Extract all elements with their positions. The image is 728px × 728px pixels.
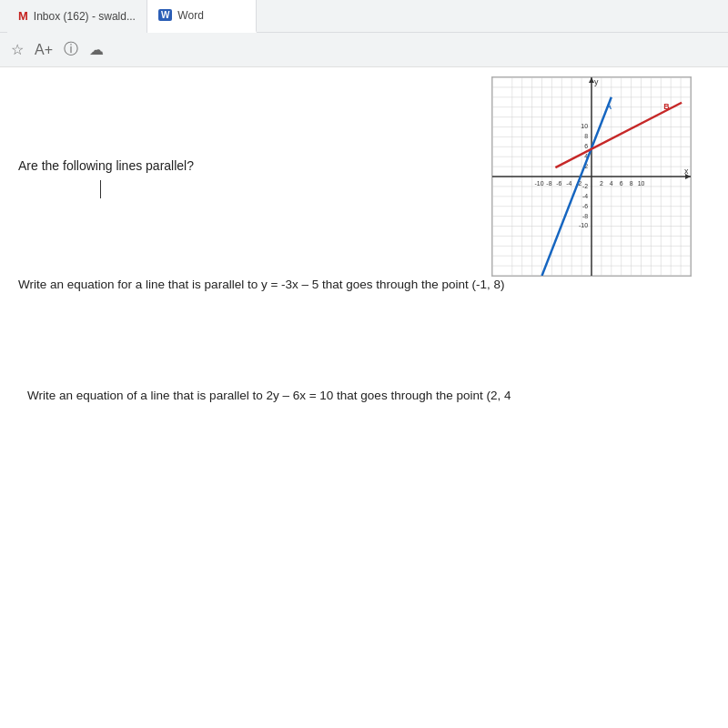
- tab-word[interactable]: W Word: [147, 0, 257, 33]
- svg-text:B: B: [663, 102, 670, 111]
- question3-text: Write an equation of a line that is para…: [27, 386, 701, 406]
- svg-text:-8: -8: [546, 180, 551, 187]
- svg-text:x: x: [684, 167, 689, 176]
- svg-text:A: A: [606, 102, 612, 111]
- gmail-icon: M: [18, 9, 28, 23]
- main-content: x y -2 -4 -6 -8 -10 2 4 6 8 10 2 4 6 8 1…: [0, 67, 728, 723]
- text-cursor: [100, 180, 101, 198]
- svg-text:4: 4: [610, 180, 613, 187]
- svg-text:-10: -10: [579, 222, 588, 228]
- cloud-icon[interactable]: ☁: [89, 41, 104, 58]
- question2-section: Write an equation for a line that is par…: [0, 275, 728, 295]
- question3-section: Write an equation of a line that is para…: [0, 386, 728, 406]
- svg-text:-4: -4: [582, 193, 588, 199]
- graph-container: x y -2 -4 -6 -8 -10 2 4 6 8 10 2 4 6 8 1…: [491, 76, 692, 277]
- svg-text:8: 8: [584, 133, 588, 139]
- svg-text:8: 8: [630, 180, 633, 187]
- tab-gmail[interactable]: M Inbox (162) - swald...: [7, 0, 147, 33]
- browser-tab-bar: M Inbox (162) - swald... W Word: [0, 0, 728, 33]
- svg-text:-2: -2: [582, 183, 588, 189]
- readability-icon[interactable]: A+: [35, 42, 53, 58]
- svg-text:-6: -6: [556, 180, 561, 187]
- svg-text:-8: -8: [582, 213, 588, 219]
- bookmark-icon[interactable]: ☆: [11, 41, 24, 58]
- svg-text:-4: -4: [566, 180, 571, 187]
- address-bar: ☆ A+ ⓘ ☁: [0, 33, 728, 67]
- tab-word-label: Word: [177, 9, 203, 22]
- coordinate-graph: x y -2 -4 -6 -8 -10 2 4 6 8 10 2 4 6 8 1…: [491, 76, 692, 277]
- svg-text:y: y: [594, 77, 599, 86]
- svg-text:-6: -6: [582, 203, 588, 209]
- info-icon[interactable]: ⓘ: [64, 40, 78, 59]
- question2-text: Write an equation for a line that is par…: [18, 275, 710, 295]
- svg-text:2: 2: [600, 180, 603, 187]
- svg-text:6: 6: [620, 180, 623, 187]
- tab-gmail-label: Inbox (162) - swald...: [34, 10, 136, 23]
- svg-text:-10: -10: [535, 180, 544, 187]
- word-icon: W: [158, 9, 172, 21]
- svg-text:10: 10: [638, 180, 645, 187]
- svg-text:10: 10: [581, 123, 588, 129]
- svg-text:6: 6: [584, 143, 588, 149]
